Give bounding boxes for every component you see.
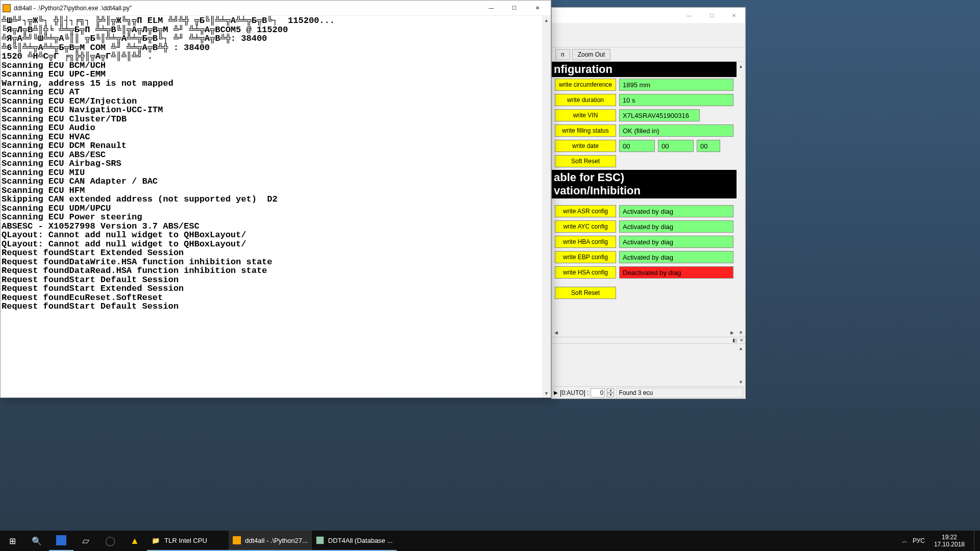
taskbar-app-ddt4all-console[interactable]: ddt4all - .\Python27... [229, 531, 312, 551]
bottom-vscrollbar[interactable]: ▲ ▼ [737, 344, 745, 386]
status-found-ecu: Found 3 ecu [616, 388, 743, 398]
status-auto-label: [0:AUTO] : [560, 389, 589, 396]
write-circumference-button[interactable]: write circumference [555, 79, 616, 91]
console-vscrollbar[interactable]: ▲ ▼ [542, 16, 551, 397]
taskbar-pinned-app[interactable]: ▲ [122, 531, 147, 551]
taskbar-pinned-app[interactable] [49, 531, 74, 551]
clock-time: 19:22 [934, 534, 965, 541]
scroll-down-icon[interactable]: ▼ [737, 328, 745, 337]
section-header-config: nfiguration [552, 62, 737, 77]
status-spinner[interactable]: ▲▼ [607, 388, 614, 397]
scroll-down-icon[interactable]: ▼ [737, 378, 745, 386]
hba-config-value[interactable]: Activated by diag [619, 236, 733, 248]
filling-status-value[interactable]: OK (filled in) [619, 124, 733, 137]
write-duration-button[interactable]: write duration [555, 94, 616, 106]
disk-icon [56, 535, 66, 545]
console-output: ╩Ш╩╜┐╦Ж╚┐ ╬║┤┐╒╗┐ ╠╩║╦Ж╚╗╦П ELM ╩╝╩╬ ╦Б╚… [1, 16, 551, 312]
undock-icon[interactable]: ◧ [731, 337, 738, 343]
console-titlebar[interactable]: ddt4all - .\Python27\python.exe .\ddt4al… [1, 1, 551, 16]
panel-hscrollbar[interactable]: ◀ ▶ [552, 328, 737, 337]
cfg-row: write HSA config Deactivated by diag [552, 265, 737, 280]
config-panel: nfiguration write circumference 1895 mm … [552, 62, 737, 328]
maximize-button[interactable]: ☐ [503, 1, 526, 15]
taskbar-app-ddt4all-db[interactable]: DDT4All (Database ... [312, 531, 397, 551]
ddt-toolbar-main [552, 23, 745, 47]
hsa-config-value[interactable]: Deactivated by diag [619, 266, 733, 279]
section-header-line2: vation/Inhibition [554, 184, 734, 197]
clock[interactable]: 19:22 17.10.2018 [930, 534, 969, 548]
show-desktop-button[interactable] [974, 531, 977, 551]
warn-icon: ▲ [130, 536, 139, 545]
minimize-button[interactable]: — [480, 1, 503, 15]
duration-value[interactable]: 10 s [619, 94, 733, 106]
soft-reset-button-2[interactable]: Soft Reset [555, 287, 616, 299]
windows-icon: ⊞ [8, 536, 17, 545]
ddt-titlebar: — ☐ ✕ [552, 8, 745, 23]
cfg-row: write filling status OK (filled in) [552, 123, 737, 138]
close-button[interactable]: ✕ [526, 1, 549, 15]
taskbar-app-label: TLR Intel CPU [164, 537, 207, 544]
write-filling-status-button[interactable]: write filling status [555, 124, 616, 137]
section-header-esc: able for ESC) vation/Inhibition [552, 170, 737, 198]
hscroll-track[interactable] [560, 328, 728, 337]
scroll-up-icon[interactable]: ▲ [737, 344, 745, 353]
console-body[interactable]: ╩Ш╩╜┐╦Ж╚┐ ╬║┤┐╒╗┐ ╠╩║╦Ж╚╗╦П ELM ╩╝╩╬ ╦Б╚… [1, 16, 551, 397]
scroll-down-icon[interactable]: ▼ [542, 389, 551, 397]
close-panel-icon[interactable]: ✕ [738, 337, 745, 343]
write-asr-config-button[interactable]: write ASR config [555, 205, 616, 217]
write-hba-config-button[interactable]: write HBA config [555, 236, 616, 248]
taskbar-app-tlr[interactable]: 📁 TLR Intel CPU [147, 531, 229, 551]
circumference-value[interactable]: 1895 mm [619, 79, 733, 91]
write-hsa-config-button[interactable]: write HSA config [555, 266, 616, 279]
taskbar-app-label: DDT4All (Database ... [328, 537, 393, 544]
taskbar-app-label: ddt4all - .\Python27... [245, 537, 308, 544]
status-arrow-icon[interactable]: ▶ [554, 390, 558, 395]
close-button[interactable]: ✕ [723, 8, 745, 22]
tray-expand-icon[interactable]: ︿ [902, 537, 908, 545]
circle-icon: ◯ [106, 536, 115, 545]
subpanel-bar: ◧ ✕ [552, 337, 745, 343]
ebp-config-value[interactable]: Activated by diag [619, 251, 733, 263]
start-button[interactable]: ⊞ [0, 531, 24, 551]
scroll-left-icon[interactable]: ◀ [552, 328, 560, 337]
write-ebp-config-button[interactable]: write EBP config [555, 251, 616, 263]
zoom-n-button[interactable]: n [555, 49, 570, 60]
taskbar: ⊞ 🔍 ▱ ◯ ▲ 📁 TLR Intel CPU ddt4all - .\Py… [0, 531, 980, 551]
scroll-up-icon[interactable]: ▲ [542, 16, 551, 24]
maximize-button[interactable]: ☐ [700, 8, 723, 22]
taskbar-pinned-app[interactable]: ◯ [98, 531, 122, 551]
search-icon: 🔍 [32, 536, 41, 545]
soft-reset-button-1[interactable]: Soft Reset [555, 155, 616, 167]
ayc-config-value[interactable]: Activated by diag [619, 220, 733, 233]
scroll-right-icon[interactable]: ▶ [728, 328, 737, 337]
vin-value[interactable]: X7L4SRAV451900316 [619, 109, 700, 121]
cfg-row: write VIN X7L4SRAV451900316 [552, 108, 737, 123]
taskbar-pinned-app[interactable]: ▱ [74, 531, 98, 551]
ddt-bottom-panel: ▲ ▼ [552, 343, 745, 386]
language-indicator[interactable]: РУС [913, 537, 925, 544]
cmd-icon [233, 536, 241, 544]
cfg-row: write duration 10 s [552, 92, 737, 108]
scroll-up-icon[interactable]: ▲ [737, 62, 745, 70]
zoom-out-button[interactable]: Zoom Out [572, 49, 610, 60]
cfg-row: write EBP config Activated by diag [552, 249, 737, 265]
folder-icon: 📁 [151, 536, 160, 545]
date-val-1[interactable]: 00 [619, 140, 655, 152]
minimize-button[interactable]: — [678, 8, 700, 22]
write-vin-button[interactable]: write VIN [555, 109, 616, 121]
app-icon [3, 4, 11, 12]
ddt-content: nfiguration write circumference 1895 mm … [552, 62, 745, 343]
window-icon [316, 536, 324, 544]
ddt4all-window: — ☐ ✕ n Zoom Out nfiguration write circu… [551, 7, 746, 399]
date-val-3[interactable]: 00 [697, 140, 720, 152]
status-auto-input[interactable] [591, 388, 605, 397]
write-date-button[interactable]: write date [555, 140, 616, 152]
panel-vscrollbar[interactable]: ▲ ▼ [737, 62, 745, 337]
cfg-row: Soft Reset [552, 154, 737, 169]
search-button[interactable]: 🔍 [24, 531, 49, 551]
cfg-row: Soft Reset [552, 285, 737, 300]
date-val-2[interactable]: 00 [658, 140, 694, 152]
asr-config-value[interactable]: Activated by diag [619, 205, 733, 217]
write-ayc-config-button[interactable]: write AYC config [555, 220, 616, 233]
console-title: ddt4all - .\Python27\python.exe .\ddt4al… [14, 5, 480, 12]
